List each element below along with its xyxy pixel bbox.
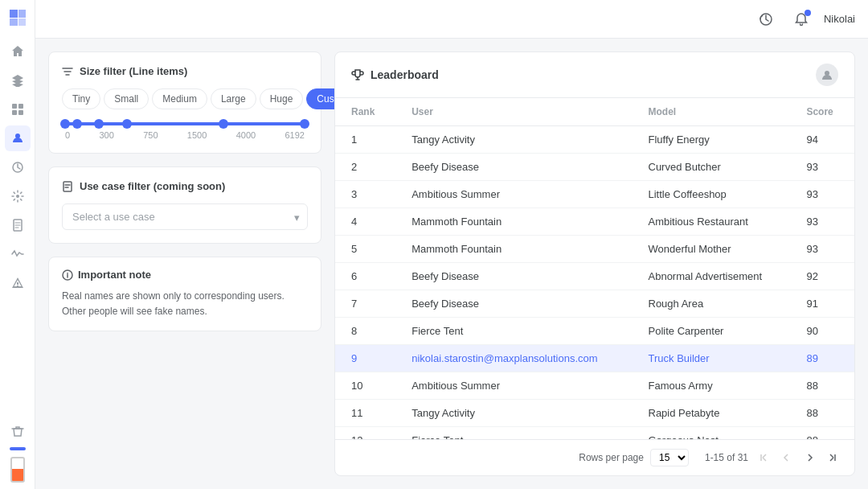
cell-user: Tangy Activity: [395, 126, 632, 154]
svg-point-6: [16, 195, 19, 198]
svg-rect-1: [18, 104, 23, 109]
size-btn-medium[interactable]: Medium: [152, 88, 207, 109]
table-row: 5Mammoth FountainWonderful Mother93: [335, 236, 854, 263]
trash-icon[interactable]: [5, 418, 31, 444]
col-model: Model: [633, 98, 791, 126]
col-score: Score: [790, 98, 854, 126]
slider-thumb-0[interactable]: [60, 119, 70, 129]
leaderboard-title: Leaderboard: [351, 68, 439, 81]
slider-thumb-1[interactable]: [72, 119, 82, 129]
first-page-button[interactable]: [755, 448, 774, 467]
sidebar-icon-settings[interactable]: [5, 183, 31, 209]
note-text: Real names are shown only to correspondi…: [62, 289, 308, 319]
cell-score: 93: [790, 154, 854, 181]
table-row: 9nikolai.starostin@maxplansolutions.comT…: [335, 345, 854, 372]
cell-score: 88: [790, 400, 854, 427]
slider-thumb-3[interactable]: [122, 119, 132, 129]
size-filter-buttons: TinySmallMediumLargeHugeCustom: [62, 88, 308, 109]
history-button[interactable]: [753, 6, 779, 32]
content-area: Size filter (Line items) TinySmallMedium…: [35, 39, 868, 489]
pagination-controls: 1-15 of 31: [702, 448, 841, 467]
table-row: 8Fierce TentPolite Carpenter90: [335, 318, 854, 345]
cell-user: Beefy Disease: [395, 263, 632, 290]
slider-thumb-2[interactable]: [94, 119, 104, 129]
sidebar-icon-activity[interactable]: [5, 241, 31, 267]
notifications-button[interactable]: [788, 6, 814, 32]
size-btn-large[interactable]: Large: [211, 88, 256, 109]
cell-score: 93: [790, 208, 854, 236]
table-header: RankUserModelScore: [335, 98, 854, 126]
cell-user: Tangy Activity: [395, 400, 632, 427]
user-avatar[interactable]: [816, 64, 838, 86]
left-panel: Size filter (Line items) TinySmallMedium…: [48, 51, 321, 476]
svg-rect-3: [18, 110, 23, 115]
cell-model: Polite Carpenter: [633, 318, 791, 345]
app-logo[interactable]: [6, 6, 29, 29]
cell-score: 91: [790, 290, 854, 318]
cell-model: Abnormal Advertisement: [633, 263, 791, 290]
table-header-row: RankUserModelScore: [335, 98, 854, 126]
slider-thumb-4[interactable]: [219, 119, 228, 129]
cell-user: Beefy Disease: [395, 290, 632, 318]
slider-thumb-5[interactable]: [300, 119, 309, 129]
leaderboard-header: Leaderboard: [335, 52, 854, 98]
cell-user: Ambitious Summer: [395, 372, 632, 400]
cell-user: Fierce Tent: [395, 427, 632, 440]
prev-page-button[interactable]: [777, 448, 796, 467]
cell-rank: 1: [335, 126, 395, 154]
rows-per-page-control: Rows per page 152550: [579, 449, 689, 466]
leaderboard-panel: Leaderboard RankUserModelScore 1Tangy Ac…: [334, 51, 855, 476]
leaderboard-data-table: RankUserModelScore 1Tangy ActivityFluffy…: [335, 98, 854, 439]
sidebar: [0, 0, 35, 489]
sidebar-icon-home[interactable]: [5, 39, 31, 64]
size-btn-small[interactable]: Small: [104, 88, 149, 109]
cell-user: Ambitious Summer: [395, 181, 632, 208]
cell-score: 89: [790, 345, 854, 372]
cell-score: 90: [790, 318, 854, 345]
cell-score: 88: [790, 427, 854, 440]
size-btn-huge[interactable]: Huge: [260, 88, 304, 109]
main-area: Nikolai Size filter (Line items) TinySma…: [35, 0, 868, 489]
slider-track[interactable]: [65, 122, 305, 125]
slider-labels: 0300750150040006192: [65, 130, 305, 140]
sidebar-icon-grid[interactable]: [5, 97, 31, 122]
sidebar-icon-layers[interactable]: [5, 68, 31, 93]
cell-rank: 4: [335, 208, 395, 236]
cell-rank: 10: [335, 372, 395, 400]
cell-model: Rough Area: [633, 290, 791, 318]
sidebar-icon-user[interactable]: [5, 125, 31, 151]
use-case-select[interactable]: Select a use case: [62, 203, 308, 230]
cell-rank: 9: [335, 345, 395, 372]
sidebar-icon-clock[interactable]: [5, 154, 31, 180]
rows-per-page-select[interactable]: 152550: [650, 449, 689, 466]
cell-user: nikolai.starostin@maxplansolutions.com: [395, 345, 632, 372]
size-filter-title: Size filter (Line items): [62, 65, 308, 77]
table-row: 6Beefy DiseaseAbnormal Advertisement92: [335, 263, 854, 290]
cell-user: Mammoth Fountain: [395, 208, 632, 236]
avatar-icon: [821, 69, 833, 80]
rows-per-page-label: Rows per page: [579, 452, 644, 463]
cell-score: 92: [790, 263, 854, 290]
cell-user: Beefy Disease: [395, 154, 632, 181]
cell-rank: 6: [335, 263, 395, 290]
cell-model: Rapid Petabyte: [633, 400, 791, 427]
sidebar-bar-indicator: [10, 447, 26, 450]
notification-dot: [805, 10, 811, 16]
use-case-icon: [62, 181, 73, 192]
col-rank: Rank: [335, 98, 395, 126]
col-user: User: [395, 98, 632, 126]
cell-model: Fluffy Energy: [633, 126, 791, 154]
cell-user: Mammoth Fountain: [395, 236, 632, 263]
sidebar-icon-document[interactable]: [5, 212, 31, 238]
cell-model: Little Coffeeshop: [633, 181, 791, 208]
size-btn-tiny[interactable]: Tiny: [62, 88, 100, 109]
table-row: 2Beefy DiseaseCurved Butcher93: [335, 154, 854, 181]
next-page-button[interactable]: [800, 448, 819, 467]
sidebar-icon-alert[interactable]: [5, 270, 31, 296]
last-page-button[interactable]: [822, 448, 841, 467]
info-icon: [62, 269, 73, 281]
leaderboard-footer: Rows per page 152550 1-15 of 31: [335, 439, 854, 475]
size-filter-card: Size filter (Line items) TinySmallMedium…: [48, 51, 321, 154]
user-name[interactable]: Nikolai: [824, 13, 855, 25]
cell-rank: 11: [335, 400, 395, 427]
